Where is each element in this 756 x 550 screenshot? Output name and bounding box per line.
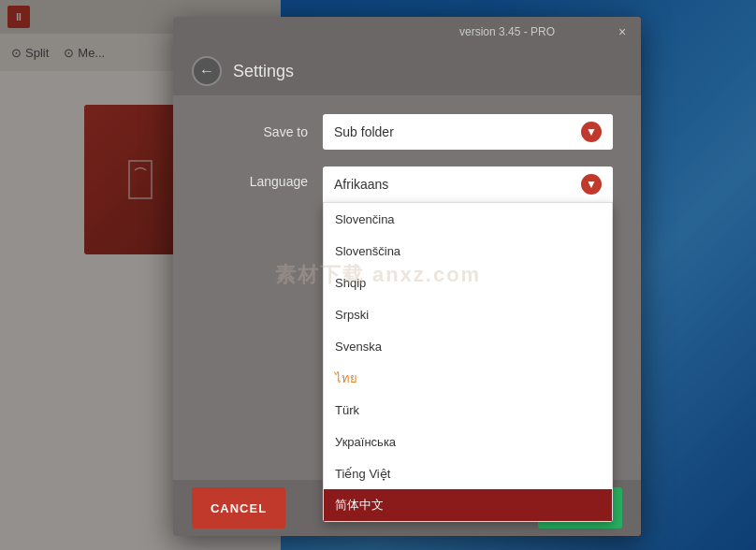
settings-title: Settings [233, 62, 294, 81]
dialog-titlebar: version 3.45 - PRO × [173, 17, 641, 47]
language-control: Afrikaans ▼ Slovenčina Slovenščina Shqip [323, 166, 613, 202]
lang-slovenščina[interactable]: Slovenščina [324, 235, 612, 267]
save-to-select[interactable]: Sub folder ▼ [323, 114, 613, 150]
cancel-button[interactable]: CANCEL [192, 487, 285, 528]
language-arrow-icon: ▼ [581, 174, 602, 195]
save-to-row: Save to Sub folder ▼ [201, 114, 613, 150]
lang-svenska[interactable]: Svenska [324, 330, 612, 362]
save-to-value: Sub folder [334, 124, 394, 139]
lang-srpski[interactable]: Srpski [324, 298, 612, 330]
save-to-control: Sub folder ▼ [323, 114, 613, 150]
save-to-label: Save to [201, 124, 323, 139]
settings-dialog: version 3.45 - PRO × ← Settings Save to … [173, 17, 641, 536]
language-dropdown: Slovenčina Slovenščina Shqip Srpski Sven… [323, 202, 613, 522]
dialog-header: ← Settings [173, 47, 641, 95]
dialog-body: Save to Sub folder ▼ Language Afrikaans … [173, 95, 641, 238]
language-value: Afrikaans [334, 177, 388, 192]
lang-ukrainska[interactable]: Українська [324, 426, 612, 457]
back-icon: ← [199, 63, 214, 80]
lang-thai[interactable]: ไทย [324, 362, 612, 394]
language-select[interactable]: Afrikaans ▼ [323, 166, 613, 202]
dialog-version: version 3.45 - PRO [400, 25, 615, 38]
lang-simplified-chinese[interactable]: 简体中文 [324, 489, 612, 521]
language-label: Language [201, 174, 323, 189]
back-button[interactable]: ← [192, 56, 222, 86]
lang-shqip[interactable]: Shqip [324, 267, 612, 298]
lang-turk[interactable]: Türk [324, 394, 612, 426]
close-button[interactable]: × [615, 24, 630, 39]
lang-slovenčina[interactable]: Slovenčina [324, 203, 612, 235]
save-to-arrow-icon: ▼ [581, 122, 602, 142]
language-row: Language Afrikaans ▼ Slovenčina Slovenšč… [201, 166, 613, 202]
lang-tieng-viet[interactable]: Tiếng Việt [324, 457, 612, 489]
